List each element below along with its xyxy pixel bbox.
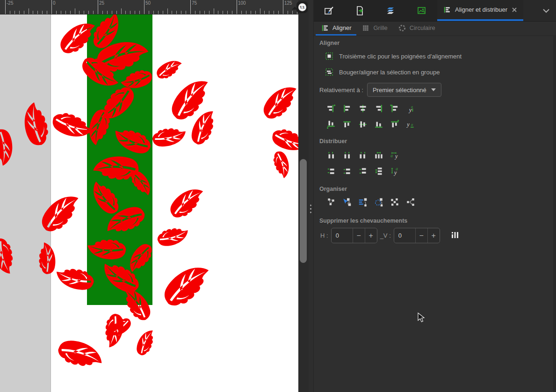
leaf[interactable]	[55, 335, 106, 374]
splitter-handle-icon[interactable]	[310, 204, 311, 213]
remove-overlaps-button[interactable]	[449, 229, 461, 242]
dock-tab-image[interactable]	[406, 0, 437, 21]
distribute-centers-h[interactable]	[341, 149, 353, 161]
align-left-edges[interactable]	[341, 102, 353, 115]
leaf[interactable]	[0, 130, 12, 166]
scrollbar-thumb[interactable]	[300, 159, 307, 263]
align-left-to-anchor[interactable]	[325, 102, 337, 115]
distribute-horizontal-row: ay	[325, 149, 551, 161]
panel-scroll-gutter[interactable]	[553, 35, 556, 392]
tab-align-distribute[interactable]: Aligner et distribuer	[437, 0, 523, 21]
horizontal-ruler[interactable]: -250255075100125	[0, 0, 298, 15]
v-gap-label: _V :	[380, 232, 391, 239]
align-distribute-icon	[443, 6, 451, 14]
relative-to-dropdown[interactable]: Premier sélectionné	[367, 83, 441, 97]
align-center-vertical[interactable]	[357, 102, 369, 115]
distribute-gaps-v[interactable]	[373, 165, 385, 177]
v-gap-decrement-button[interactable]: −	[415, 228, 427, 243]
distribute-gaps-v	[374, 166, 384, 176]
leaf[interactable]	[154, 57, 185, 81]
dropdown-caret-icon	[431, 88, 436, 94]
leaf[interactable]	[158, 259, 217, 312]
magnifier-icon: 1:1	[298, 3, 306, 11]
align-left-edges	[342, 103, 352, 114]
remove-overlaps-icon	[450, 230, 460, 240]
leaf[interactable]	[155, 223, 191, 250]
align-subtab-icon	[321, 24, 329, 32]
distribute-section-header: Distribuer	[319, 138, 551, 145]
align-text-horizontal[interactable]: ya	[404, 118, 417, 131]
align-center-horizontal[interactable]	[357, 118, 369, 131]
h-gap-increment-button[interactable]: +	[365, 228, 377, 243]
distribute-text-v[interactable]: ay	[389, 165, 401, 177]
randomize[interactable]	[389, 196, 401, 208]
align-right-edges[interactable]	[373, 102, 385, 115]
dialog-panel: Aligner et distribuer Aligner Grille Cir…	[313, 0, 556, 392]
vertical-scrollbar[interactable]	[298, 0, 309, 392]
chevron-down-icon[interactable]	[542, 6, 551, 15]
graph-layout[interactable]	[325, 196, 337, 208]
distribute-text-h: ay	[390, 150, 400, 160]
distribute-bottom-edges[interactable]	[357, 165, 369, 177]
distribute-right-edges	[358, 150, 368, 160]
align-top-edges[interactable]	[341, 118, 353, 131]
relative-to-label: Relativement à :	[319, 87, 363, 94]
distribute-left-edges	[326, 150, 336, 160]
exchange-selection[interactable]	[341, 196, 353, 208]
v-gap-value[interactable]: 0	[394, 228, 415, 243]
close-icon[interactable]	[511, 7, 518, 13]
panel-splitter[interactable]	[309, 0, 313, 392]
leaf[interactable]	[23, 102, 49, 146]
h-gap-spinbox[interactable]: 0 − +	[331, 228, 377, 243]
distribute-right-edges[interactable]	[357, 149, 369, 161]
h-gap-value[interactable]: 0	[332, 228, 353, 243]
leaf[interactable]	[36, 241, 58, 275]
leaf[interactable]	[0, 236, 19, 277]
distribute-gaps-h[interactable]	[373, 149, 385, 161]
leaf[interactable]	[272, 150, 291, 180]
subtab-aligner[interactable]: Aligner	[316, 22, 356, 36]
dock-tab-pen-tool[interactable]	[314, 0, 345, 21]
leaf[interactable]	[166, 183, 209, 222]
align-bottom-to-anchor[interactable]	[389, 118, 401, 131]
dock-tab-layers[interactable]	[375, 0, 406, 21]
graph-layout	[326, 197, 336, 207]
distribute-left-edges[interactable]	[325, 149, 337, 161]
v-gap-spinbox[interactable]: 0 − +	[394, 228, 440, 243]
dock-tab-export[interactable]	[345, 0, 375, 21]
distribute-top-edges[interactable]	[325, 165, 337, 177]
subtab-grille[interactable]: Grille	[356, 22, 392, 36]
canvas-viewport[interactable]	[0, 14, 298, 392]
svg-text:a: a	[390, 153, 393, 158]
distribute-centers-v[interactable]	[341, 165, 353, 177]
align-text-vertical[interactable]: ay	[404, 102, 417, 115]
move-as-group-icon	[325, 68, 333, 76]
align-top-to-anchor[interactable]	[325, 118, 337, 131]
inkscape-window: -250255075100125 1:1 Aligner et distribu…	[0, 0, 556, 392]
h-gap-decrement-button[interactable]: −	[353, 228, 365, 243]
leaf[interactable]	[133, 327, 159, 358]
distribute-text-v: ay	[390, 166, 400, 176]
leaf[interactable]	[270, 127, 298, 153]
distribute-centers-h	[342, 150, 352, 160]
exchange-zorder[interactable]	[373, 196, 385, 208]
zoom-ratio-badge[interactable]: 1:1	[296, 1, 308, 13]
distribute-vertical-row: ay	[325, 165, 551, 177]
zoom-ratio-label: 1:1	[300, 6, 304, 9]
leaf[interactable]	[36, 189, 86, 236]
subtab-circulaire[interactable]: Circulaire	[393, 22, 440, 36]
toggle-move-as-group[interactable]: Bouger/aligner la sélection en groupe	[325, 66, 551, 78]
dock-tab-bar: Aligner et distribuer	[314, 0, 556, 22]
leaf[interactable]	[151, 123, 188, 150]
align-text-horizontal: ya	[405, 119, 416, 130]
align-right-to-anchor[interactable]	[389, 102, 401, 115]
unclump[interactable]	[404, 196, 417, 208]
alignment-handles-icon	[325, 52, 333, 60]
leaf[interactable]	[258, 80, 298, 123]
toggle-alignment-handles[interactable]: Troisième clic pour les poignées d'align…	[325, 50, 551, 62]
exchange-stacking[interactable]	[357, 196, 369, 208]
v-gap-increment-button[interactable]: +	[427, 228, 440, 243]
align-bottom-edges[interactable]	[373, 118, 385, 131]
distribute-text-h[interactable]: ay	[389, 149, 401, 161]
drawing-layer	[0, 14, 298, 392]
